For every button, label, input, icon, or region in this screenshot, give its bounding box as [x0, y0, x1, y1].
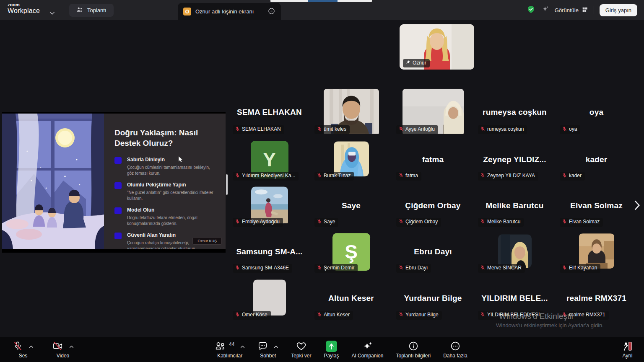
- participant-tile[interactable]: Elvan SolmazElvan Solmaz: [556, 184, 637, 229]
- toolbar-daha-button[interactable]: Daha fazla: [443, 340, 467, 359]
- view-button[interactable]: Görüntüle: [555, 6, 588, 14]
- browser-title-strip: [270, 0, 372, 2]
- participant-tile[interactable]: Altun KeserAltun Keser: [310, 277, 392, 322]
- mic-muted-icon: [399, 265, 403, 272]
- participant-label: Öznur: [403, 59, 430, 67]
- chevron-up-icon[interactable]: [29, 342, 34, 350]
- participant-tile[interactable]: Zeynep YILDIZ...Zeynep YILDIZ KAYA: [474, 138, 556, 183]
- participant-label-text: Melike Barutcu: [487, 219, 520, 225]
- mic-muted-icon: [480, 265, 485, 272]
- participant-label-text: Saye: [324, 219, 335, 225]
- slide-bullet: Sabırla DinleyinÇocuğun cümlesini tamaml…: [114, 157, 217, 176]
- participant-tile[interactable]: fatmafatma: [392, 138, 474, 183]
- participant-label: Burak Tınaz: [314, 172, 354, 181]
- participant-tile[interactable]: ŞŞermin Demir: [310, 230, 392, 275]
- participant-tile[interactable]: Merve SİNCAR: [474, 230, 556, 275]
- participant-label-text: kader: [569, 173, 582, 178]
- participant-label: Samsung SM-A346E: [233, 264, 292, 273]
- tab-screen-share[interactable]: O Öznur adlı kişinin ekranı: [178, 3, 281, 20]
- next-page-button[interactable]: [632, 199, 642, 212]
- participant-tile[interactable]: YYıldırım Belediyesi Ka...: [229, 138, 310, 183]
- participant-label-text: Yıldırım Belediyesi Ka...: [242, 173, 295, 178]
- participant-label: Merve SİNCAR: [478, 264, 525, 273]
- toolbar-paylas-button[interactable]: Paylaş: [324, 340, 339, 359]
- featured-video-oznur[interactable]: Öznur: [400, 24, 474, 70]
- bilgi-icon: [408, 340, 419, 352]
- bullet-square-icon: [114, 233, 122, 239]
- katilimcilar-icon: 44: [215, 340, 245, 352]
- windows-activation-hint: Windows'u etkinleştirmek için Ayarlar'a …: [496, 322, 604, 328]
- participant-tile[interactable]: SayeSaye: [310, 184, 392, 229]
- participant-label: Ömer Köse: [233, 311, 271, 320]
- participant-label: Şermin Demir: [314, 264, 358, 273]
- toolbar-ses-button[interactable]: Ses: [13, 340, 34, 359]
- tab-share-title: Öznur adlı kişinin ekranı: [195, 8, 263, 15]
- participant-label-text: Çiğdem Orbay: [405, 219, 438, 225]
- bullet-square-icon: [114, 182, 122, 189]
- zoom-meeting-window: zoom Workplace Toplantı O Öznur adlı kiş…: [0, 0, 644, 362]
- participant-tile[interactable]: Embiye Aydoğdu: [229, 184, 310, 229]
- shared-screen[interactable]: Doğru Yaklaşım: Nasıl Destek Oluruz? Sab…: [2, 112, 226, 253]
- participant-tile[interactable]: Elif Kayahan: [556, 230, 637, 275]
- participant-tile[interactable]: ümit keles: [310, 90, 392, 136]
- mic-muted-icon: [235, 126, 240, 133]
- participant-tile[interactable]: kaderkader: [556, 138, 637, 183]
- participant-label-text: Ömer Köse: [242, 312, 267, 318]
- participant-tile[interactable]: Melike BarutcuMelike Barutcu: [474, 184, 556, 229]
- participant-label-text: ümit keles: [324, 127, 346, 132]
- mic-muted-icon: [562, 265, 567, 272]
- toolbar-label: Video: [57, 353, 69, 359]
- participant-name: Ebru Dayı: [392, 247, 474, 256]
- participant-name: Saye: [310, 201, 392, 210]
- participant-tile[interactable]: rumeysa coşkunrumeysa coşkun: [474, 90, 556, 136]
- mic-muted-icon: [399, 126, 403, 133]
- chevron-up-icon[interactable]: [240, 342, 245, 350]
- signin-button[interactable]: Giriş yapın: [600, 4, 637, 16]
- participant-label: rumeysa coşkun: [478, 125, 527, 134]
- participant-label: Yıldırım Belediyesi Ka...: [233, 172, 299, 181]
- participant-tile[interactable]: Yurdanur BilgeYurdanur Bilge: [392, 277, 474, 322]
- participant-tile[interactable]: oyaoya: [556, 90, 637, 136]
- participant-name: kader: [556, 155, 637, 164]
- zoom-workplace-logo: zoom Workplace: [8, 2, 40, 15]
- toolbar-katilimcilar-button[interactable]: 44Katılımcılar: [215, 340, 245, 359]
- participant-label: fatma: [396, 172, 421, 181]
- participant-tile[interactable]: Burak Tınaz: [310, 138, 392, 183]
- bullet-desc: "Ne güzel anlattın" gibi cesaretlendiric…: [127, 190, 217, 202]
- participant-tile[interactable]: Ebru DayıEbru Dayı: [392, 230, 474, 275]
- chevron-up-icon[interactable]: [274, 342, 278, 350]
- participant-label: ümit keles: [314, 125, 350, 134]
- bullet-title: Olumlu Pekiştirme Yapın: [127, 182, 217, 188]
- participant-label: kader: [560, 172, 585, 181]
- toolbar-label: Katılımcılar: [217, 353, 242, 359]
- participant-tile[interactable]: Ömer Köse: [229, 277, 310, 322]
- tab-options-icon[interactable]: [267, 7, 275, 16]
- tab-meeting-label: Toplantı: [87, 7, 106, 13]
- participant-label-text: Elif Kayahan: [569, 265, 597, 271]
- mic-muted-icon: [562, 173, 567, 179]
- toolbar-video-button[interactable]: Video: [52, 340, 74, 359]
- ai-icon: [362, 340, 373, 352]
- mic-muted-icon: [235, 265, 240, 272]
- toolbar-tepki-button[interactable]: Tepki ver: [291, 340, 311, 359]
- toolbar-ayril-button[interactable]: Ayrıl: [622, 340, 633, 359]
- participant-tile[interactable]: SEMA ELHAKANSEMA ELHAKAN: [229, 90, 310, 136]
- toolbar-ai-button[interactable]: AI Companion: [351, 340, 383, 359]
- participant-tile[interactable]: Ayşe Arifoğlu: [392, 90, 474, 136]
- bullet-text: Model OlunDoğru telaffuzu tekrar etmeden…: [127, 207, 217, 227]
- toolbar-bilgi-button[interactable]: Toplantı bilgileri: [396, 340, 431, 359]
- mic-muted-icon: [399, 312, 403, 318]
- gallery-scrollbar-thumb[interactable]: [226, 174, 228, 195]
- toolbar-sohbet-button[interactable]: Sohbet: [257, 340, 278, 359]
- tab-meeting[interactable]: Toplantı: [69, 4, 114, 17]
- participant-tile[interactable]: Çiğdem OrbayÇiğdem Orbay: [392, 184, 474, 229]
- mic-muted-icon: [480, 219, 485, 225]
- participant-label-text: Elvan Solmaz: [569, 219, 600, 225]
- chevron-up-icon[interactable]: [69, 342, 74, 350]
- mic-muted-icon: [317, 265, 322, 272]
- participant-tile[interactable]: Samsung SM-A...Samsung SM-A346E: [229, 230, 310, 275]
- security-shield-icon: [527, 5, 535, 16]
- chevron-down-icon[interactable]: [49, 9, 55, 17]
- toolbar-label: AI Companion: [351, 353, 383, 359]
- logo-line1: zoom: [8, 2, 40, 7]
